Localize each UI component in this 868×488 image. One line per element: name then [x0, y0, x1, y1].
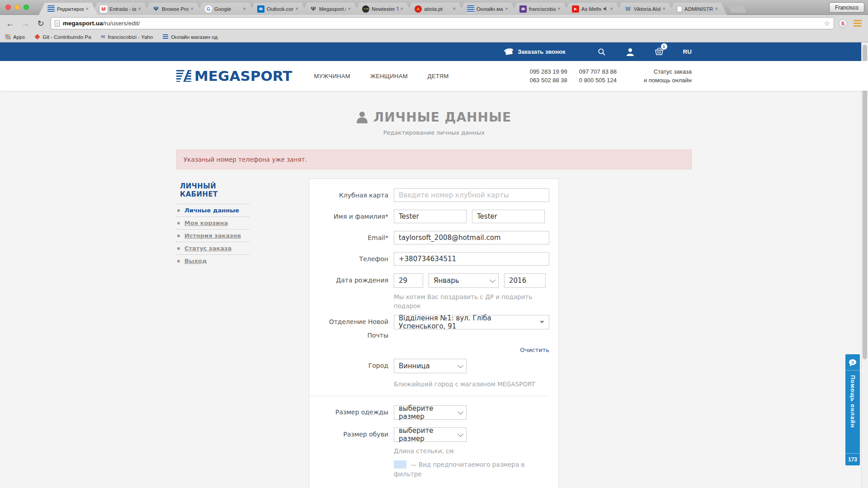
- megasport-logo-icon: [176, 70, 191, 82]
- reload-button-icon[interactable]: ↻: [35, 19, 46, 28]
- tab-close-icon[interactable]: ×: [348, 6, 351, 11]
- cart-button[interactable]: 1: [654, 47, 664, 57]
- tab-editing[interactable]: Редактировани ×: [39, 3, 98, 15]
- first-name-input[interactable]: [394, 210, 467, 223]
- tab-close-icon[interactable]: ×: [715, 6, 718, 11]
- bookmarks-bar: Apps Git - Contribuindo Pa ✉ franciscobi…: [0, 32, 868, 42]
- chevron-down-icon: [458, 362, 463, 368]
- tab-close-icon[interactable]: ×: [401, 6, 403, 11]
- bookmark-apps[interactable]: Apps: [5, 34, 25, 40]
- online-help-tab[interactable]: S Помощь онлайн 173: [845, 354, 860, 465]
- megasport-logo[interactable]: MEGASPORT: [176, 68, 292, 84]
- main-nav: МУЖЧИНАМ ЖЕНЩИНАМ ДЕТЯМ: [314, 73, 449, 80]
- help-counter-badge: 173: [845, 453, 860, 465]
- club-card-input[interactable]: [394, 188, 549, 202]
- zoom-window-button[interactable]: [24, 5, 29, 10]
- extension-s-icon[interactable]: S: [839, 19, 847, 28]
- tab-abola[interactable]: A abola.pt ×: [406, 3, 465, 15]
- bookmark-star-icon[interactable]: ☆: [824, 19, 830, 28]
- git-icon: [34, 34, 40, 39]
- forward-button-icon[interactable]: →: [20, 19, 31, 28]
- sidebar-item-order-history[interactable]: История заказов: [176, 229, 250, 242]
- chevron-down-icon: [490, 277, 495, 283]
- cart-count-badge: 1: [661, 43, 667, 50]
- shoe-size-label: Размер обуви: [309, 427, 394, 442]
- url-bar[interactable]: megasport.ua/ru/users/edit/ ☆: [51, 17, 834, 29]
- tab-megasport[interactable]: Ψ Megasport.ua - ×: [301, 3, 360, 15]
- phone-input[interactable]: [394, 252, 549, 266]
- bookmark-git[interactable]: Git - Contribuindo Pa: [35, 34, 91, 40]
- tab-close-icon[interactable]: ×: [505, 6, 508, 11]
- nav-kids[interactable]: ДЕТЯМ: [428, 73, 449, 80]
- birthday-hint: Мы хотим Вас поздравить с ДР и подарить …: [394, 292, 547, 310]
- google-favicon-icon: G: [205, 5, 212, 13]
- tab-newtester[interactable]: Newtester Test ×: [354, 3, 412, 15]
- scrollbar-thumb[interactable]: [863, 45, 867, 359]
- tab-close-icon[interactable]: ×: [296, 6, 298, 11]
- tab-close-icon[interactable]: ×: [610, 6, 613, 11]
- bookmark-online-shop[interactable]: Онлайн магазин од: [163, 34, 217, 40]
- minimize-window-button[interactable]: [14, 5, 20, 10]
- url-text[interactable]: megasport.ua/ru/users/edit/: [63, 20, 140, 27]
- post-office-select[interactable]: Відділення №1: вул. Гліба Успенського, 9…: [394, 315, 549, 329]
- tab-gmail[interactable]: M Entrada - taylo ×: [91, 3, 150, 15]
- nav-men[interactable]: МУЖЧИНАМ: [314, 73, 350, 80]
- tab-close-icon[interactable]: ×: [243, 6, 246, 11]
- account-icon[interactable]: [625, 47, 635, 56]
- close-window-button[interactable]: [5, 5, 11, 10]
- mail-envelope-icon: ✉: [101, 34, 105, 40]
- request-call-button[interactable]: ☎ Заказать звонок: [504, 48, 565, 56]
- tab-close-icon[interactable]: ×: [86, 6, 89, 11]
- tab-yahoo-mail[interactable]: ✉ franciscobizi - ×: [511, 3, 570, 15]
- page-scrollbar[interactable]: [861, 42, 868, 488]
- section-divider: [309, 396, 549, 396]
- tab-online-shop[interactable]: Онлайн магази ×: [458, 3, 517, 15]
- sidebar-item-order-status[interactable]: Статус заказа: [176, 242, 250, 254]
- megasport-bookmark-icon: [163, 34, 168, 40]
- back-button-icon[interactable]: ←: [5, 19, 15, 28]
- order-status-link[interactable]: Статус заказа и помощь онлайн: [644, 67, 692, 84]
- sidebar-item-personal-data[interactable]: Личные данные: [176, 204, 250, 216]
- tab-browse-projects[interactable]: Ψ Browse Project ×: [144, 3, 203, 15]
- jira-favicon-icon: Ψ: [310, 5, 317, 13]
- nav-women[interactable]: ЖЕНЩИНАМ: [370, 73, 408, 80]
- testlink-favicon-icon: [362, 5, 369, 13]
- tab-close-icon[interactable]: ×: [663, 6, 665, 11]
- birth-year-input[interactable]: [504, 273, 546, 288]
- sidebar-item-cart[interactable]: Моя корзина: [176, 216, 250, 229]
- page-title-row: ЛИЧНЫЕ ДАННЫЕ: [0, 91, 868, 125]
- tab-vk[interactable]: W Viktoria Alshari ×: [616, 3, 675, 15]
- window-controls: [5, 5, 29, 10]
- tab-administracao[interactable]: ADMINISTRACA ×: [668, 3, 727, 15]
- tab-close-icon[interactable]: ×: [191, 6, 193, 11]
- birth-month-select[interactable]: Январь: [429, 273, 499, 288]
- tab-close-icon[interactable]: ×: [453, 6, 456, 11]
- search-icon[interactable]: [597, 47, 606, 56]
- clothing-size-select[interactable]: выберите размер: [394, 405, 467, 420]
- clear-link[interactable]: Очистить: [394, 347, 549, 353]
- browser-profile-button[interactable]: Francisco: [829, 2, 864, 13]
- bookmark-yahoo[interactable]: ✉ franciscobizi - Yaho: [101, 34, 153, 40]
- birth-day-input[interactable]: [394, 273, 423, 288]
- tab-close-icon[interactable]: ×: [138, 6, 141, 11]
- shoe-size-select[interactable]: выберите размер: [394, 427, 467, 442]
- name-label: Имя и фамилия*: [309, 210, 394, 223]
- tab-audio-speaker-icon: [604, 7, 608, 11]
- last-name-input[interactable]: [472, 210, 545, 223]
- language-switcher[interactable]: RU: [683, 48, 692, 55]
- chrome-menu-icon[interactable]: [854, 23, 862, 24]
- chevron-down-icon: [458, 409, 463, 415]
- sidebar-item-logout[interactable]: Выход: [176, 254, 250, 267]
- tab-youtube[interactable]: ▶ As Melhores ×: [563, 3, 622, 15]
- new-tab-button[interactable]: [728, 5, 746, 13]
- clothing-size-label: Размер одежды: [309, 405, 394, 420]
- tab-close-icon[interactable]: ×: [558, 6, 561, 11]
- email-input[interactable]: [394, 231, 549, 244]
- tab-google[interactable]: G Google ×: [196, 3, 255, 15]
- yahoo-mail-favicon-icon: ✉: [519, 5, 527, 13]
- city-select[interactable]: Винница: [394, 359, 467, 373]
- chevron-down-icon: [458, 431, 463, 437]
- document-favicon-icon: [677, 6, 682, 12]
- outlook-favicon-icon: ✉: [257, 5, 264, 13]
- tab-outlook[interactable]: ✉ Outlook.com - ×: [249, 3, 307, 15]
